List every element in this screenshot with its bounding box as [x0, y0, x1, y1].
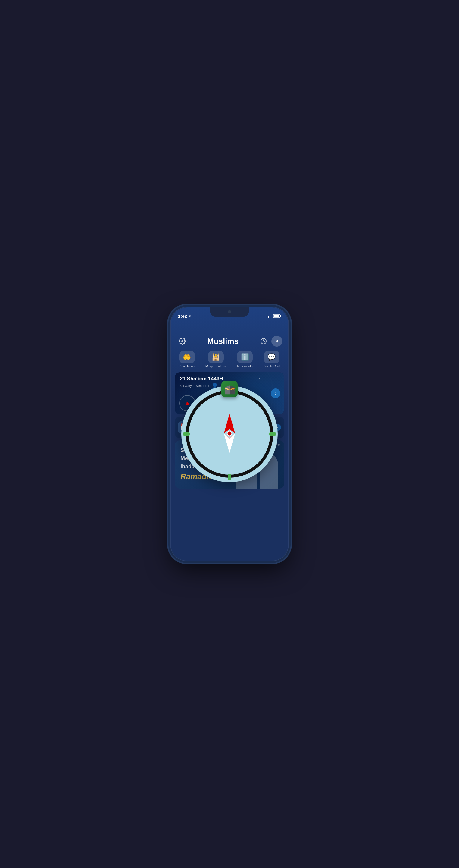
- phone-screen: 1:42 ◁: [171, 307, 288, 561]
- compass-overlay[interactable]: 🕋: [171, 307, 288, 561]
- west-tick: [183, 433, 190, 435]
- compass-needle: [215, 414, 244, 454]
- svg-marker-14: [224, 433, 235, 453]
- svg-point-16: [227, 431, 232, 436]
- south-tick: [228, 474, 231, 480]
- svg-marker-13: [224, 414, 235, 433]
- compass-circle[interactable]: 🕋: [181, 386, 278, 482]
- east-tick: [269, 433, 276, 435]
- app-content: 1:42 ◁: [171, 307, 288, 561]
- kaaba-icon: 🕋: [221, 381, 238, 397]
- phone-frame: 1:42 ◁: [171, 307, 288, 561]
